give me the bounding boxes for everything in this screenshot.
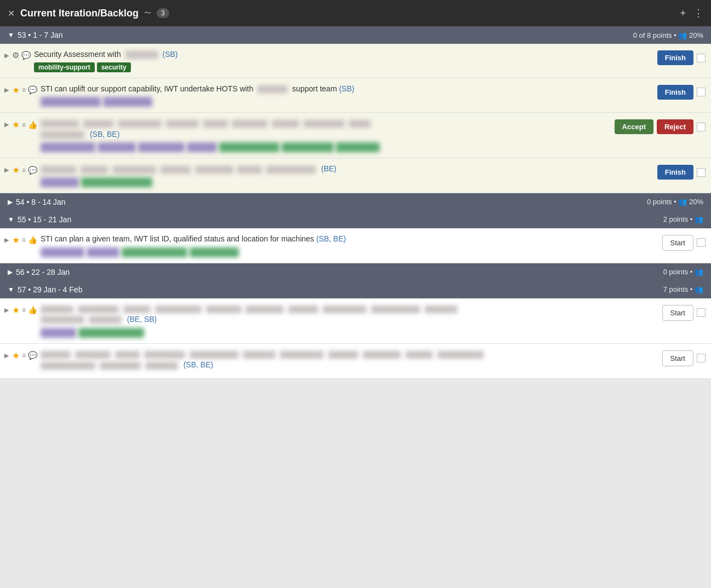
- story-2-tag-1: [41, 97, 101, 107]
- sprint-56-header-right: 0 points • 👥: [663, 268, 703, 276]
- header-badge: 3: [157, 8, 169, 18]
- sprint-57-header[interactable]: ▼ 57 • 29 Jan - 4 Feb 7 points • 👥: [0, 281, 711, 298]
- story-row-3: ▶ ★ ≡ 👍 (SB, BE) Ac: [0, 113, 711, 158]
- checkbox-1[interactable]: [697, 54, 706, 62]
- checkbox-3[interactable]: [697, 123, 706, 131]
- expand-arrow-57-2[interactable]: ▶: [4, 352, 10, 359]
- story-4-bl-1: [41, 166, 76, 174]
- more-icon[interactable]: ⋮: [693, 7, 703, 19]
- star-icon-57-1: ★: [12, 305, 20, 315]
- story-57-1-bl-6: [245, 305, 284, 313]
- expand-arrow-icon-4[interactable]: ▶: [4, 166, 10, 174]
- story-3-title: (SB, BE): [41, 118, 611, 140]
- story-55-1-link[interactable]: (SB, BE): [316, 234, 346, 243]
- story-57-1-tags: [41, 328, 659, 338]
- checkbox-57-2[interactable]: [697, 354, 706, 362]
- add-icon[interactable]: +: [680, 8, 686, 19]
- checkbox-2[interactable]: [697, 88, 706, 96]
- sprint-53-label: 53 • 1 - 7 Jan: [18, 31, 63, 39]
- story-4-link[interactable]: (BE): [321, 164, 336, 173]
- comment-icon-4[interactable]: 💬: [28, 166, 37, 175]
- story-57-1-bl-2: [78, 305, 119, 313]
- story-57-2-bl-5: [190, 351, 239, 359]
- story-3-tag-4: [187, 142, 217, 152]
- sprint-54-header[interactable]: ▶ 54 • 8 - 14 Jan 0 points • 👥 20%: [0, 193, 711, 211]
- story-57-1-tag-2: [78, 328, 144, 338]
- expand-arrow-icon-2[interactable]: ▶: [4, 87, 10, 94]
- story-57-2-bl-11: [437, 351, 484, 359]
- finish-button-2[interactable]: Finish: [657, 85, 693, 100]
- story-4-bl-4: [160, 166, 191, 174]
- story-4-bl-2: [81, 166, 108, 174]
- checkbox-57-1[interactable]: [697, 308, 706, 317]
- story-57-2-title: (SB, BE): [41, 349, 659, 371]
- expand-arrow-55-1[interactable]: ▶: [4, 237, 10, 244]
- story-3-tag-3: [138, 142, 185, 152]
- thumbs-icon-57-1: 👍: [28, 305, 37, 314]
- story-3-tag-1: [41, 142, 95, 152]
- story-57-1-tag-1: [41, 328, 76, 338]
- story-4-bl-5: [195, 166, 233, 174]
- checkbox-4[interactable]: [697, 168, 706, 177]
- story-57-1-title: (BE, SB): [41, 304, 659, 325]
- expand-arrow-57-1[interactable]: ▶: [4, 307, 10, 314]
- thumbs-icon-55-1: 👍: [28, 235, 37, 244]
- story-55-1-icons: ▶ ★ ≡ 👍: [4, 234, 37, 245]
- story-row-2: ▶ ★ ≡ 💬 STI can uplift our support capab…: [0, 78, 711, 113]
- story-row-4: ▶ ★ ≡ 💬 (BE) Finish: [0, 158, 711, 193]
- story-1-tag-security: security: [97, 62, 131, 72]
- comment-icon[interactable]: 💬: [21, 51, 31, 60]
- story-1-link[interactable]: (SB): [163, 50, 178, 59]
- expand-arrow-icon-3[interactable]: ▶: [4, 121, 10, 128]
- story-3-bl-6: [232, 120, 267, 128]
- story-1-actions: Finish: [657, 49, 706, 65]
- story-57-2-icons: ▶ ★ ≡ 💬: [4, 349, 37, 361]
- sprint-53-header-right: 0 of 8 points • 👥 20%: [633, 31, 703, 39]
- story-4-bl-7: [266, 166, 316, 174]
- close-icon[interactable]: ✕: [8, 8, 15, 19]
- story-3-bl-1: [41, 120, 79, 128]
- finish-button-1[interactable]: Finish: [657, 50, 693, 65]
- star-icon-57-2: ★: [12, 350, 20, 361]
- start-button-57-2[interactable]: Start: [662, 350, 693, 366]
- story-3-tag-2: [98, 142, 136, 152]
- reject-button-3[interactable]: Reject: [657, 119, 693, 134]
- story-2-tag-2: [103, 97, 152, 107]
- story-55-1-text: STI can plan a given team, IWT list ID, …: [41, 234, 316, 243]
- story-3-icons: ▶ ★ ≡ 👍: [4, 118, 37, 130]
- start-button-55-1[interactable]: Start: [662, 235, 693, 251]
- comment-icon-2[interactable]: 💬: [28, 85, 37, 94]
- sprint-53-header[interactable]: ▼ 53 • 1 - 7 Jan 0 of 8 points • 👥 20%: [0, 26, 711, 44]
- story-3-bl-5: [203, 120, 228, 128]
- comment-icon-57-2[interactable]: 💬: [28, 351, 37, 360]
- sprint-55-label: 55 • 15 - 21 Jan: [18, 215, 71, 224]
- team-icon-54: 👥: [678, 198, 687, 206]
- story-57-2-link[interactable]: (SB, BE): [184, 360, 213, 369]
- story-4-tag-1: [41, 177, 79, 187]
- story-2-content: STI can uplift our support capability, I…: [41, 84, 654, 107]
- story-55-1-tag-1: [41, 247, 84, 257]
- start-button-57-1[interactable]: Start: [662, 305, 693, 321]
- sprint-55-header[interactable]: ▼ 55 • 15 - 21 Jan 2 points • 👥: [0, 211, 711, 228]
- star-icon-3: ★: [12, 119, 20, 130]
- story-3-link[interactable]: (SB, BE): [90, 130, 119, 139]
- story-2-link[interactable]: (SB): [339, 84, 354, 93]
- equals-icon-2: ≡: [22, 86, 26, 94]
- story-57-1-actions: Start: [662, 304, 706, 321]
- story-row-57-2: ▶ ★ ≡ 💬 (SB, BE) Start: [0, 344, 711, 379]
- story-57-1-bl-7: [288, 305, 318, 313]
- story-57-2-bl-13: [100, 362, 141, 370]
- sprint-57-header-right: 7 points • 👥: [663, 285, 703, 293]
- story-57-2-bl-14: [145, 362, 178, 370]
- sprint-56-header[interactable]: ▶ 56 • 22 - 28 Jan 0 points • 👥: [0, 263, 711, 281]
- accept-button-3[interactable]: Accept: [615, 119, 653, 134]
- story-4-bl-3: [112, 166, 156, 174]
- story-57-1-bl-5: [206, 305, 242, 313]
- finish-button-4[interactable]: Finish: [657, 165, 693, 180]
- sprint-53-header-left: ▼ 53 • 1 - 7 Jan: [8, 31, 63, 39]
- expand-arrow-icon[interactable]: ▶: [4, 52, 10, 59]
- checkbox-55-1[interactable]: [697, 238, 706, 247]
- story-57-1-link[interactable]: (BE, SB): [127, 315, 157, 324]
- story-3-bl-4: [166, 120, 199, 128]
- equals-icon-57-2: ≡: [22, 351, 26, 359]
